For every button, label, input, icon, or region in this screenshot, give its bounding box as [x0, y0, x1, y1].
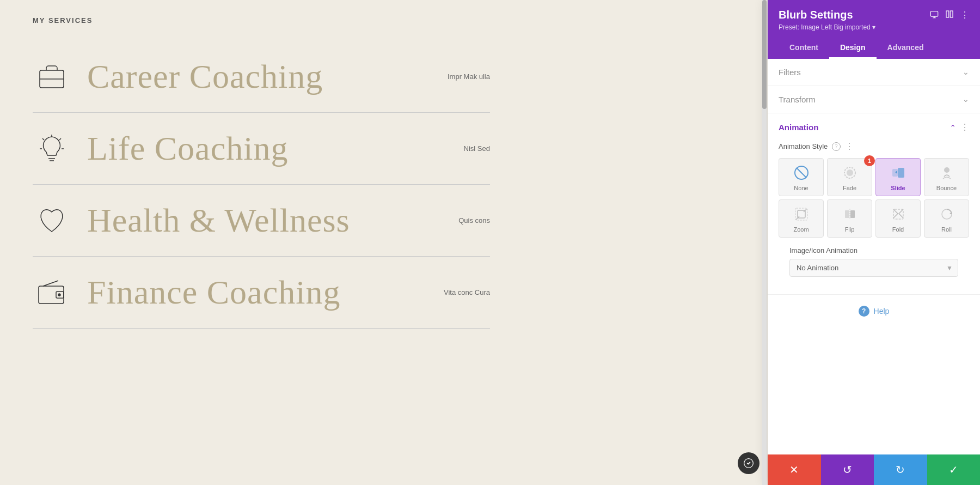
main-content: MY SERVICES Career Coaching Impr Mak ull…: [0, 0, 523, 485]
animation-title: Animation: [779, 123, 818, 132]
anim-bounce-label: Bounce: [936, 185, 957, 191]
filters-section[interactable]: Filters ⌄: [768, 59, 980, 86]
anim-style-label: Animation Style: [779, 142, 828, 150]
animation-more-icon[interactable]: ⋮: [960, 122, 969, 132]
finance-text: Vita conc Cura: [444, 287, 490, 298]
svg-point-11: [58, 294, 60, 296]
svg-rect-21: [898, 168, 904, 178]
service-item-career: Career Coaching Impr Mak ulla: [33, 41, 490, 113]
redo-button[interactable]: ↻: [874, 454, 927, 485]
career-text: Impr Mak ulla: [448, 71, 490, 82]
anim-none-label: None: [794, 185, 808, 191]
filters-chevron: ⌄: [963, 68, 969, 77]
anim-fold-btn[interactable]: Fold: [875, 199, 921, 238]
image-icon-anim-section: Image/Icon Animation No Animation Pulse …: [779, 246, 969, 286]
responsive-icon[interactable]: [930, 10, 939, 21]
anim-style-help-icon[interactable]: ?: [832, 142, 841, 151]
health-text: Quis cons: [458, 215, 490, 226]
panel-preset[interactable]: Preset: Image Left Big imported ▾: [779, 23, 969, 31]
panel-title: Blurb Settings: [779, 9, 853, 21]
svg-line-5: [59, 138, 61, 140]
panel-footer: ✕ ↺ ↻ ✓: [768, 454, 980, 485]
svg-point-23: [944, 167, 950, 173]
anim-style-row: Animation Style ? ⋮: [779, 141, 969, 151]
finance-title: Finance Coaching: [87, 273, 340, 312]
service-item-health: Health & Wellness Quis cons: [33, 185, 490, 257]
floating-action-button[interactable]: [738, 452, 759, 474]
undo-icon: ↺: [843, 463, 852, 476]
anim-roll-icon: [938, 205, 955, 223]
undo-button[interactable]: ↺: [821, 454, 874, 485]
animation-header: Animation ⌄ ⋮: [779, 122, 969, 132]
anim-flip-btn[interactable]: Flip: [827, 199, 872, 238]
cancel-icon: ✕: [789, 463, 799, 476]
image-icon-anim-select-wrapper: No Animation Pulse Spin Bounce Shake Rub…: [789, 259, 958, 277]
help-label: Help: [874, 307, 890, 316]
svg-rect-15: [946, 11, 949, 17]
animation-collapse-icon[interactable]: ⌄: [950, 123, 956, 132]
save-button[interactable]: ✓: [927, 454, 981, 485]
filters-label: Filters: [779, 68, 801, 77]
svg-rect-16: [950, 11, 953, 17]
anim-fade-label: Fade: [843, 185, 856, 191]
anim-slide-btn[interactable]: Slide: [875, 158, 921, 196]
wallet-icon: [33, 274, 71, 312]
anim-none-icon: [793, 164, 810, 181]
career-title: Career Coaching: [87, 57, 323, 96]
help-circle-icon: ?: [859, 306, 869, 317]
anim-fade-icon: [841, 164, 859, 181]
tab-content[interactable]: Content: [779, 38, 829, 59]
anim-fold-label: Fold: [892, 226, 904, 233]
anim-flip-icon: [841, 205, 859, 223]
anim-none-btn[interactable]: None: [779, 158, 824, 196]
image-icon-anim-select[interactable]: No Animation Pulse Spin Bounce Shake Rub…: [789, 259, 958, 277]
tab-advanced[interactable]: Advanced: [877, 38, 935, 59]
transform-label: Transform: [779, 95, 816, 104]
animation-grid: None Fade 1: [779, 158, 969, 238]
health-title: Health & Wellness: [87, 201, 350, 240]
scroll-indicator: [762, 0, 767, 485]
heart-icon: [33, 202, 71, 240]
anim-fade-btn[interactable]: Fade 1: [827, 158, 872, 196]
anim-zoom-icon: [793, 205, 810, 223]
life-text: Nisl Sed: [464, 143, 490, 154]
tab-design[interactable]: Design: [829, 38, 877, 59]
svg-rect-28: [845, 210, 849, 218]
services-label: MY SERVICES: [33, 16, 490, 25]
svg-rect-29: [850, 210, 855, 218]
scroll-thumb[interactable]: [762, 0, 767, 109]
anim-style-more-icon[interactable]: ⋮: [845, 141, 854, 151]
transform-section[interactable]: Transform ⌄: [768, 86, 980, 113]
svg-line-6: [42, 138, 44, 140]
life-title: Life Coaching: [87, 129, 288, 168]
animation-header-icons: ⌄ ⋮: [950, 122, 969, 132]
fade-badge: 1: [864, 155, 875, 166]
cancel-button[interactable]: ✕: [768, 454, 821, 485]
service-item-finance: Finance Coaching Vita conc Cura: [33, 257, 490, 329]
anim-roll-btn[interactable]: Roll: [924, 199, 969, 238]
anim-slide-label: Slide: [891, 185, 905, 191]
help-row[interactable]: ? Help: [768, 295, 980, 328]
panel-body: Filters ⌄ Transform ⌄ Animation ⌄ ⋮ Anim…: [768, 59, 980, 454]
image-icon-anim-label: Image/Icon Animation: [789, 246, 958, 254]
settings-panel: Blurb Settings ⋮ Preset: Image Left Big …: [768, 0, 980, 485]
animation-section: Animation ⌄ ⋮ Animation Style ? ⋮: [768, 113, 980, 295]
panel-header: Blurb Settings ⋮ Preset: Image Left Big …: [768, 0, 980, 59]
svg-rect-12: [930, 11, 938, 16]
anim-slide-icon: [890, 164, 907, 181]
panel-tabs: Content Design Advanced: [779, 38, 969, 59]
anim-zoom-btn[interactable]: Zoom: [779, 199, 824, 238]
transform-chevron: ⌄: [963, 95, 969, 104]
anim-bounce-btn[interactable]: Bounce: [924, 158, 969, 196]
columns-icon[interactable]: [945, 10, 954, 21]
panel-title-icons: ⋮: [930, 10, 969, 21]
anim-zoom-label: Zoom: [793, 226, 808, 233]
lightbulb-icon: [33, 130, 71, 168]
more-vert-icon[interactable]: ⋮: [960, 10, 969, 20]
redo-icon: ↻: [896, 463, 905, 476]
svg-line-18: [797, 168, 806, 178]
anim-fold-icon: [890, 205, 907, 223]
briefcase-icon: [33, 58, 71, 96]
service-item-life: Life Coaching Nisl Sed: [33, 113, 490, 185]
anim-roll-label: Roll: [941, 226, 952, 233]
